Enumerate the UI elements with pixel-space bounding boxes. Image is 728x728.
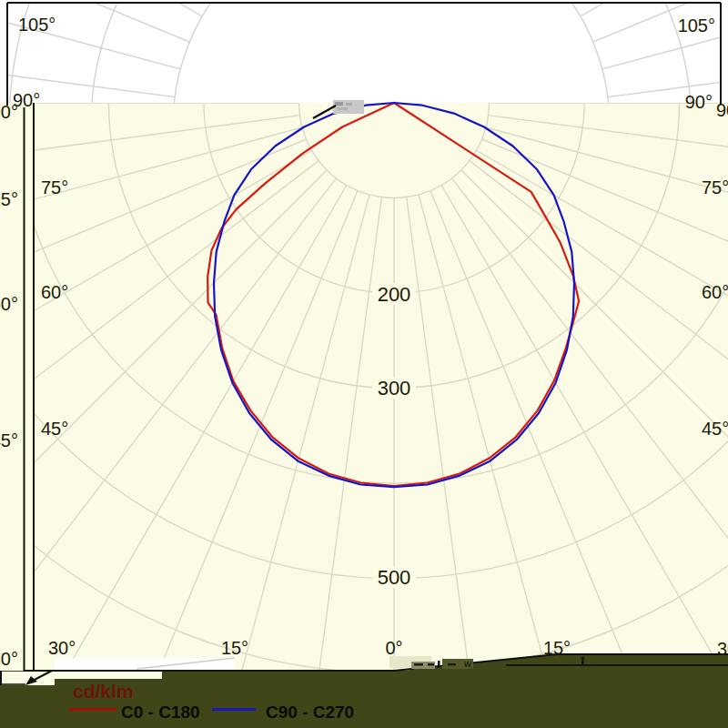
angle-label: 75°: [41, 177, 68, 197]
radial-tick-label: 200: [378, 283, 411, 306]
radial-tick-label: 300: [378, 377, 411, 399]
angle-label: 30°: [48, 638, 76, 658]
artifact-rect: [581, 657, 584, 664]
clipped-angle-label: 45°: [0, 430, 18, 450]
legend-unit-label: cd/klm: [73, 681, 134, 703]
legend-entry-c90-c270: C90 - C270: [266, 703, 354, 723]
angle-label: 45°: [41, 419, 68, 439]
legend-swatch-c90-c270: [212, 708, 256, 711]
artifact-rect: [448, 663, 456, 666]
angle-label: 45°: [702, 419, 728, 439]
upper-band-angle-label: 105°: [18, 15, 56, 35]
artifact-rect: [337, 107, 348, 110]
artifact-rect: [335, 102, 343, 106]
legend-swatch-c0-c180: [69, 708, 116, 711]
upper-band-angle-label: 90°: [685, 92, 713, 112]
angle-label: 30°: [717, 639, 728, 659]
photometric-diagram-page: 200300500w75°60°45°30°15°0°15°30°90°75°6…: [0, 0, 728, 728]
angle-label: 15°: [221, 638, 248, 658]
angle-label: 15°: [543, 638, 571, 658]
upper-band-background: [0, 0, 728, 103]
angle-label: 60°: [702, 282, 728, 302]
angle-label: 60°: [41, 282, 68, 302]
angle-label: 0°: [385, 638, 402, 658]
polar-chart-canvas: 200300500w75°60°45°30°15°0°15°30°90°75°6…: [0, 0, 728, 728]
clipped-angle-label: 60°: [0, 294, 18, 314]
angle-label: 90°: [716, 100, 728, 120]
artifact-rect: [438, 661, 440, 668]
angle-label: 75°: [702, 177, 728, 197]
artifact-rect: [346, 103, 352, 106]
upper-band-angle-label: 90°: [13, 90, 40, 110]
upper-band-angle-label: 105°: [678, 15, 715, 35]
radial-tick-label: 500: [378, 566, 411, 589]
artifact-rect: [414, 663, 423, 666]
artifact-text: w: [463, 658, 471, 669]
clipped-angle-label: 75°: [0, 189, 18, 209]
artifact-rect: [428, 663, 434, 666]
legend-entry-c0-c180: C0 - C180: [121, 703, 200, 723]
clipped-angle-label: 30°: [0, 649, 18, 669]
